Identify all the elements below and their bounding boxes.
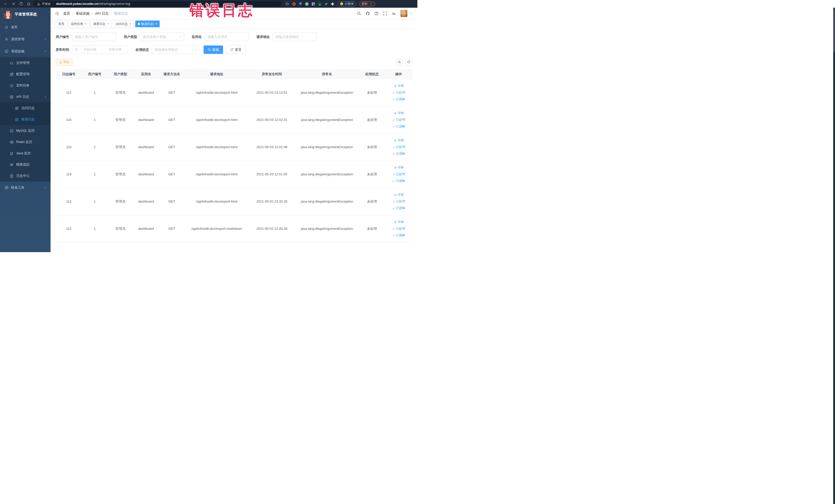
detail-link[interactable]: 详细 [394,193,404,197]
detail-link[interactable]: 详细 [394,138,404,142]
tab-调度日志[interactable]: 调度日志× [90,21,111,27]
orange-ring-ext-icon[interactable] [292,2,296,6]
home-icon[interactable] [27,2,31,6]
security-label: 不安全 [42,2,51,6]
green-check-ext-icon[interactable] [305,2,309,6]
green-leaf-ext-icon[interactable] [324,2,328,6]
action-label: 已处理 [396,90,405,95]
exception-time-range-picker[interactable]: 开始日期 - 结束日期 [72,45,128,54]
detail-link[interactable]: 详细 [394,220,404,224]
request-url-input[interactable] [272,33,317,41]
sidebar-item-基础设施[interactable]: 基础设施 [0,45,50,57]
user-type-label: 用户类型 [124,35,137,39]
chrome-update-button[interactable]: 更新 [359,1,375,7]
user-type-select[interactable] [140,33,184,41]
back-icon[interactable] [4,2,8,6]
on-badge-ext-icon[interactable] [318,2,322,6]
cell-user_id: 1 [82,118,107,122]
user-avatar[interactable] [401,10,407,17]
close-icon[interactable]: × [85,22,87,26]
app-name-input[interactable] [205,33,249,41]
github-icon[interactable] [366,11,370,16]
user-id-input[interactable] [72,33,116,41]
sidebar-item-文件管理[interactable]: 文件管理 [0,57,50,68]
toggle-search-button[interactable] [395,59,403,66]
breadcrumb-item-api-log[interactable]: API 日志 [95,11,109,16]
sidebar-fold-icon[interactable] [55,11,59,16]
sidebar-item-配置管理[interactable]: 配置管理 [0,68,50,80]
profile-paused-badge[interactable]: 已暂停 [337,1,356,7]
cell-log_id: 117 [56,90,82,95]
action-label: 已处理 [396,118,405,122]
process-status-select[interactable] [152,45,196,54]
sidebar-item-链路追踪[interactable]: 链路追踪 [0,159,50,170]
user-type-select-input[interactable] [140,33,184,41]
puzzle-ext-icon[interactable] [331,2,334,6]
column-header-用户类型: 用户类型 [107,72,133,77]
security-warning-icon[interactable] [37,2,40,6]
eye-icon [394,166,397,169]
mark-processed-link[interactable]: 已处理 [392,145,405,149]
search-icon[interactable] [357,11,361,16]
mark-ignored-link[interactable]: 已忽略 [392,179,405,183]
mark-processed-link[interactable]: 已处理 [392,118,405,122]
reset-button[interactable]: 重置 [226,45,246,54]
sidebar-item-日志中心[interactable]: 日志中心 [0,170,50,182]
font-size-icon[interactable] [392,11,396,16]
mark-processed-link[interactable]: 已处理 [392,90,405,95]
fullscreen-icon[interactable] [383,11,387,16]
reload-icon[interactable] [19,2,23,6]
breadcrumb-item-home[interactable]: 首页 [63,11,70,16]
question-help-icon[interactable] [374,11,379,16]
tab-访问日志[interactable]: 访问日志× [113,21,134,27]
mark-ignored-link[interactable]: 已忽略 [392,124,405,129]
browser-nav-buttons [0,2,34,6]
process-status-select-input[interactable] [152,45,196,54]
address-bar[interactable]: 不安全 dashboard.yudao.iocoder.cn/infra/log… [34,1,282,7]
eye-icon [394,221,397,224]
tab-定时任务[interactable]: 定时任务× [68,21,89,27]
bookmark-star-icon[interactable] [285,2,289,6]
sidebar-item-API 日志[interactable]: API 日志 [0,91,50,102]
mark-ignored-link[interactable]: 已忽略 [392,97,405,101]
breadcrumb-item-infra[interactable]: 基础设施 [76,11,89,16]
refresh-table-button[interactable] [405,59,412,66]
sidebar-item-系统管理[interactable]: 系统管理 [0,33,50,45]
column-header-用户编号: 用户编号 [82,72,107,77]
detail-link[interactable]: 详细 [394,111,404,115]
tab-首页[interactable]: 首页 [56,21,67,27]
detail-link[interactable]: 详细 [394,165,404,170]
close-icon[interactable]: × [155,22,157,26]
kebab-menu-icon[interactable] [369,2,373,6]
action-label: 详细 [398,220,404,224]
sidebar-item-首页[interactable]: 首页 [0,21,50,33]
blue-shield-ext-icon[interactable] [299,2,302,6]
detail-link[interactable]: 详细 [394,84,404,88]
tab-错误日志[interactable]: 错误日志× [135,21,160,27]
close-icon[interactable]: × [130,22,131,26]
sidebar-item-研发工具[interactable]: 研发工具 [0,182,50,194]
mark-ignored-link[interactable]: 已忽略 [392,206,405,210]
app-logo[interactable]: 芋道管理系统 [0,8,50,21]
cup-icon [10,152,14,155]
sidebar-item-Java 监控[interactable]: Java 监控 [0,148,50,159]
sidebar-item-MySQL 监控[interactable]: MySQL 监控 [0,125,50,136]
browser-chrome: 不安全 dashboard.yudao.iocoder.cn/infra/log… [0,0,418,8]
search-button[interactable]: 搜索 [204,45,223,54]
mark-processed-link[interactable]: 已处理 [392,172,405,176]
sidebar-item-Redis 监控[interactable]: Redis 监控 [0,136,50,148]
avatar-caret-down-icon[interactable] [409,12,412,15]
mark-ignored-link[interactable]: 已忽略 [392,152,405,156]
sidebar-item-访问日志[interactable]: 访问日志 [0,102,50,114]
mark-processed-link[interactable]: 已处理 [392,199,405,204]
eye-icon [394,84,397,87]
close-icon[interactable]: × [107,22,109,26]
sidebar-item-错误日志[interactable]: 错误日志 [0,114,50,125]
mark-processed-link[interactable]: 已处理 [392,226,405,231]
forward-icon[interactable] [11,2,15,6]
top-navbar: 首页 / 基础设施 / API 日志 / 错误日志 [50,8,418,20]
export-button[interactable]: 导出 [56,58,73,66]
grid-ext-icon[interactable] [311,2,315,6]
sidebar-item-定时任务[interactable]: 定时任务 [0,80,50,91]
mark-ignored-link[interactable]: 已忽略 [392,233,405,238]
